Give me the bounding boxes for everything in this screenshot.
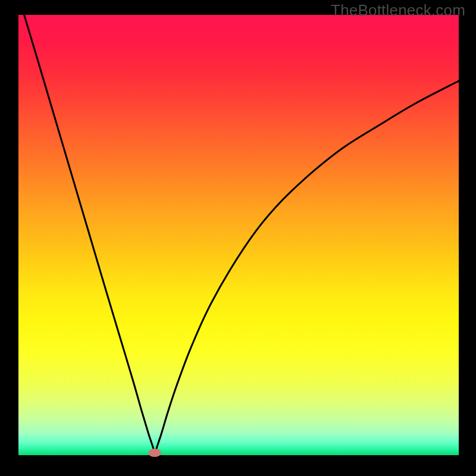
curve-svg — [18, 15, 459, 455]
bottleneck-curve-line — [24, 15, 459, 453]
watermark-text: TheBottleneck.com — [331, 1, 465, 20]
chart-plot-area — [18, 15, 459, 455]
optimal-point-marker — [148, 449, 161, 457]
